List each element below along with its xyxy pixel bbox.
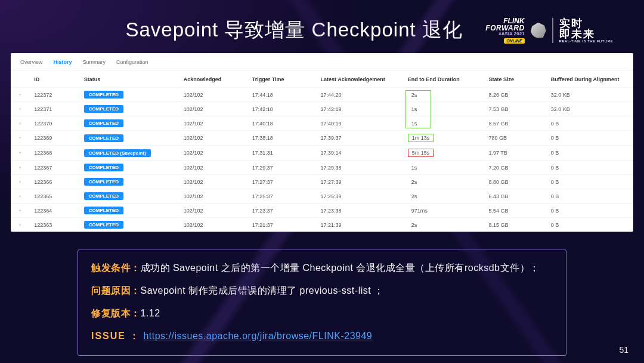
cell-status: COMPLETED xyxy=(79,175,179,189)
cell-ack: 102/102 xyxy=(179,175,247,189)
row-expander[interactable]: + xyxy=(11,175,29,189)
cell-buffered: 0 B xyxy=(546,131,633,146)
cell-id: 122369 xyxy=(29,131,79,146)
duration-value: 1s xyxy=(408,106,421,113)
table-row: +122369COMPLETED102/10217:38:1817:39:371… xyxy=(11,131,633,146)
status-badge: COMPLETED xyxy=(84,119,123,127)
status-badge: COMPLETED xyxy=(84,192,123,200)
cell-duration: 2s xyxy=(403,189,484,204)
cell-trigger: 17:42:18 xyxy=(247,102,316,116)
cell-duration: 5m 15s xyxy=(403,146,484,161)
table-row: +122371COMPLETED102/10217:42:1817:42:191… xyxy=(11,102,633,116)
cell-latest: 17:44:20 xyxy=(316,88,403,102)
squirrel-icon xyxy=(531,23,546,38)
cell-ack: 102/102 xyxy=(179,161,247,175)
info-fix-version: 修复版本：1.12 xyxy=(91,306,553,321)
info-trigger: 触发条件：成功的 Savepoint 之后的第一个增量 Checkpoint 会… xyxy=(91,261,553,275)
checkpoint-panel: OverviewHistorySummaryConfiguration IDSt… xyxy=(11,53,633,232)
cell-duration: 2s xyxy=(403,175,484,189)
table-body: +122372COMPLETED102/10217:44:1817:44:202… xyxy=(11,88,633,232)
table-row: +122363COMPLETED102/10217:21:3717:21:392… xyxy=(11,218,633,232)
cell-id: 122365 xyxy=(29,189,79,204)
logo-block: FLINK FORWARD #ASIA 2021 ONLINE 实时 即未来 R… xyxy=(485,17,613,44)
cell-duration: 1m 13s xyxy=(403,131,484,146)
cell-latest: 17:27:39 xyxy=(316,175,403,189)
cell-duration: 2s xyxy=(403,88,484,102)
cell-duration: 971ms xyxy=(403,204,484,218)
slide-title: Savepoint 导致增量 Checkpoint 退化 xyxy=(103,17,485,44)
cell-size: 7.20 GB xyxy=(484,161,546,175)
info-cause: 问题原因：Savepoint 制作完成后错误的清理了 previous-sst-… xyxy=(91,284,553,298)
info-issue: ISSUE ： https://issues.apache.org/jira/b… xyxy=(91,329,553,343)
row-expander[interactable]: + xyxy=(11,218,29,232)
status-badge: COMPLETED xyxy=(84,134,123,142)
tab-overview[interactable]: Overview xyxy=(20,59,43,65)
row-expander[interactable]: + xyxy=(11,189,29,204)
tabs: OverviewHistorySummaryConfiguration xyxy=(11,53,633,70)
row-expander[interactable]: + xyxy=(11,146,29,161)
cell-ack: 102/102 xyxy=(179,116,247,131)
status-badge: COMPLETED xyxy=(84,178,123,186)
col-header: State Size xyxy=(484,70,546,88)
cell-buffered: 0 B xyxy=(546,175,633,189)
status-badge: COMPLETED xyxy=(84,221,123,229)
cell-ack: 102/102 xyxy=(179,102,247,116)
cell-id: 122372 xyxy=(29,88,79,102)
cell-buffered: 0 B xyxy=(546,146,633,161)
duration-value: 1s xyxy=(408,120,421,127)
status-badge: COMPLETED xyxy=(84,207,123,214)
cell-trigger: 17:27:37 xyxy=(247,175,316,189)
row-expander[interactable]: + xyxy=(11,102,29,116)
col-header: Buffered During Alignment xyxy=(546,70,633,88)
cell-trigger: 17:25:37 xyxy=(247,189,316,204)
cell-status: COMPLETED xyxy=(79,88,179,102)
cell-buffered: 0 B xyxy=(546,161,633,175)
col-header: Trigger Time xyxy=(247,70,316,88)
col-header: Latest Acknowledgement xyxy=(316,70,403,88)
row-expander[interactable]: + xyxy=(11,131,29,146)
cell-buffered: 32.0 KB xyxy=(546,88,633,102)
cell-trigger: 17:21:37 xyxy=(247,218,316,232)
duration-value: 2s xyxy=(408,91,421,99)
cell-latest: 17:42:19 xyxy=(316,102,403,116)
cell-ack: 102/102 xyxy=(179,131,247,146)
cell-ack: 102/102 xyxy=(179,146,247,161)
table-row: +122368COMPLETED (Savepoint)102/10217:31… xyxy=(11,146,633,161)
tab-summary[interactable]: Summary xyxy=(83,59,106,65)
status-badge: COMPLETED (Savepoint) xyxy=(84,149,151,157)
cell-size: 8.80 GB xyxy=(484,175,546,189)
col-header: End to End Duration xyxy=(403,70,484,88)
duration-value: 971ms xyxy=(408,207,431,214)
cell-trigger: 17:23:37 xyxy=(247,204,316,218)
cell-size: 1.97 TB xyxy=(484,146,546,161)
issue-link[interactable]: https://issues.apache.org/jira/browse/FL… xyxy=(143,331,372,341)
cell-size: 8.26 GB xyxy=(484,88,546,102)
table-row: +122364COMPLETED102/10217:23:3717:23:389… xyxy=(11,204,633,218)
row-expander[interactable]: + xyxy=(11,204,29,218)
row-expander[interactable]: + xyxy=(11,88,29,102)
cell-size: 5.54 GB xyxy=(484,204,546,218)
cell-latest: 17:21:39 xyxy=(316,218,403,232)
col-header: Status xyxy=(79,70,179,88)
col-header xyxy=(11,70,29,88)
tab-configuration[interactable]: Configuration xyxy=(116,59,148,65)
tab-history[interactable]: History xyxy=(54,59,72,65)
cell-size: 8.15 GB xyxy=(484,218,546,232)
cell-status: COMPLETED xyxy=(79,218,179,232)
cell-id: 122366 xyxy=(29,175,79,189)
cell-ack: 102/102 xyxy=(179,189,247,204)
cell-status: COMPLETED xyxy=(79,116,179,131)
cell-buffered: 0 B xyxy=(546,218,633,232)
row-expander[interactable]: + xyxy=(11,161,29,175)
row-expander[interactable]: + xyxy=(11,116,29,131)
cell-buffered: 0 B xyxy=(546,116,633,131)
cell-trigger: 17:31:31 xyxy=(247,146,316,161)
table-row: +122370COMPLETED102/10217:40:1817:40:191… xyxy=(11,116,633,131)
col-header: Acknowledged xyxy=(179,70,247,88)
cell-ack: 102/102 xyxy=(179,218,247,232)
table-row: +122372COMPLETED102/10217:44:1817:44:202… xyxy=(11,88,633,102)
cell-id: 122363 xyxy=(29,218,79,232)
cell-latest: 17:40:19 xyxy=(316,116,403,131)
duration-value: 5m 15s xyxy=(408,149,434,157)
logo-cn: 实时 即未来 REAL-TIME IS THE FUTURE xyxy=(552,18,613,43)
